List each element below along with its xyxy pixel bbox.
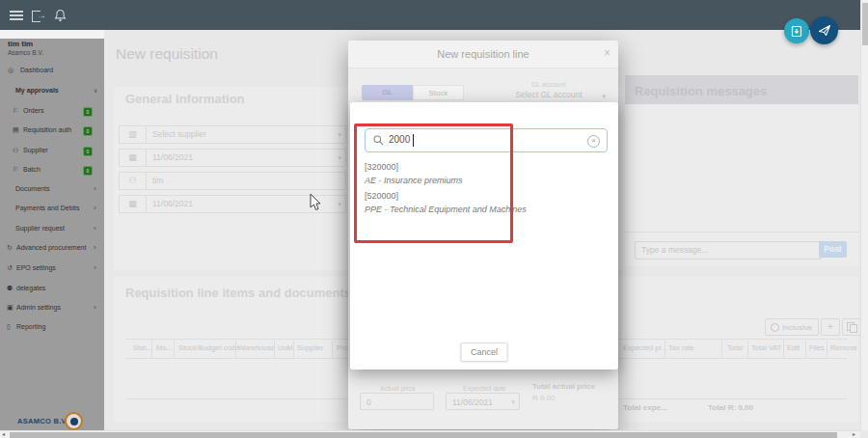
vertical-scrollbar[interactable] [860,0,868,430]
chevron-right-icon: › [94,202,96,215]
requisition-messages-card: Requisition messages Type a message... P… [625,75,858,266]
horizontal-scrollbar-thumb[interactable] [10,432,837,438]
sidebar-item-admin-settings[interactable]: ▣ Admin settings › [0,301,104,315]
scroll-left-arrow-icon[interactable]: ◂ [2,431,5,438]
printer-icon: ▣ [7,301,14,315]
recycle-icon: ↻ [7,241,13,255]
scroll-right-arrow-icon[interactable]: ▸ [853,431,855,438]
logout-arrow-icon[interactable]: → [37,9,46,21]
sidebar-item-epo-settings[interactable]: ↺ EPO settings › [0,261,104,275]
sidebar-item-advanced-procurement[interactable]: ↻ Advanced procurement › [0,241,104,255]
sidebar-item-label: Supplier request [15,222,65,235]
column-header: Remove [830,343,857,352]
paper-plane-icon [818,24,831,37]
order-date-value: 11/06/2021 [152,150,193,166]
sidebar-item-delegates[interactable]: ⚉ delegates [0,282,104,295]
card-icon: ▤ [13,123,19,137]
post-button[interactable]: Post [819,241,847,258]
close-icon[interactable]: × [604,46,610,60]
chevron-down-icon[interactable]: ∨ [94,84,97,97]
sidebar-item-label: Batch [23,163,41,177]
menu-icon[interactable] [10,11,23,20]
requester-field[interactable]: ⚇ tim [119,172,346,190]
document-icon: ▯ [7,320,11,334]
supplier-select-value: Select supplier [152,126,206,143]
sidebar-item-supplier-request[interactable]: Supplier request › [0,222,104,235]
sidebar-item-orders[interactable]: ⚐ Orders 0 [0,104,104,118]
person-add-icon: ⚇ [13,144,18,157]
annotation-highlight-box [354,123,513,243]
page-title: New requisition [116,45,218,63]
top-bar: → [0,0,860,30]
select-arrow-icon: ▾ [511,394,515,411]
sidebar-item-reporting[interactable]: ▯ Reporting [0,320,104,334]
sidebar-item-label: Payments and Debits [15,202,80,215]
bell-icon[interactable] [54,9,67,22]
add-line-button[interactable]: + [821,318,840,336]
sidebar-item-batch[interactable]: ⚐ Batch 0 [0,163,104,177]
sidebar-item-payments-debits[interactable]: Payments and Debits › [0,202,104,215]
sidebar-item-dashboard[interactable]: ◎ Dashboard [0,64,104,77]
requisition-auth-count-badge: 0 [83,126,93,136]
sidebar-item-supplier[interactable]: ⚇ Supplier 0 [0,144,104,157]
messages-header: Requisition messages [625,75,858,104]
truck-icon: ▥ [120,126,147,143]
inclusive-toggle[interactable]: Inclusive [765,318,819,336]
order-date-field[interactable]: ▦ 11/06/2021 ▾ [119,149,346,167]
sidebar-item-label: Dashboard [20,64,53,77]
sidebar-item-label: Supplier [23,144,48,157]
column-header: Expected pr... [623,343,667,352]
chevron-right-icon: › [94,241,96,255]
expected-date-select[interactable]: 11/06/2021 ▾ [446,393,520,410]
column-header: Total VAT [751,343,781,352]
actual-price-input[interactable]: 0 [360,393,434,410]
send-fab[interactable] [810,16,838,44]
message-input[interactable]: Type a message... [635,241,822,260]
select-arrow-icon: ▾ [338,196,341,212]
actual-price-value: 0 [366,397,371,407]
messages-title: Requisition messages [635,84,767,98]
sidebar-company: Asamco B.V. [8,49,43,56]
chevron-right-icon: › [94,261,96,275]
save-icon [791,25,802,38]
sidebar-item-requisition-auth[interactable]: ▤ Requisition auth 0 [0,123,104,137]
orders-count-badge: 0 [83,107,93,117]
sidebar-item-label: My approvals [15,84,59,97]
requester-value: tim [152,173,163,189]
scrollbar-corner [860,430,868,438]
sidebar-item-label: Requisition auth [23,123,71,137]
sidebar-item-documents[interactable]: Documents › [0,182,104,196]
tab-gl[interactable]: GL [362,85,413,100]
vertical-scrollbar-thumb[interactable] [862,3,868,45]
column-header: Warehouse [238,343,275,352]
expected-date-value: 11/06/2021 [452,397,493,407]
supplier-select[interactable]: ▥ Select supplier ▾ [119,125,346,144]
copy-line-button[interactable] [842,318,861,336]
cancel-button[interactable]: Cancel [461,342,508,362]
flag-icon: ⚐ [13,163,18,177]
sidebar-item-label: Advanced procurement [16,241,86,255]
modal-header: New requisition line × [348,41,618,68]
card-title: General information [125,92,245,106]
column-header: Edit [787,343,800,352]
horizontal-scrollbar[interactable]: ◂ ▸ [0,430,860,438]
sidebar-item-my-approvals[interactable]: My approvals ∨ [0,84,104,97]
calendar-icon: ▦ [120,150,147,166]
gl-account-select[interactable]: Select GL account ▾ [490,89,608,103]
mouse-cursor [310,193,321,211]
modal-title: New requisition line [348,48,618,60]
person-icon: ⚇ [120,173,147,189]
sidebar-item-label: Orders [23,104,43,118]
app-window: → tim tim Asamco B.V. ◎ Dashboard My app… [0,0,868,438]
select-arrow-icon: ▾ [338,150,341,166]
chevron-right-icon: › [94,222,96,235]
chevron-right-icon: › [94,182,96,196]
tab-stock[interactable]: Stock [413,85,464,100]
expected-date-value: 11/06/2021 [152,196,193,212]
sidebar-top-strip [0,30,104,39]
inclusive-label: Inclusive [782,323,812,332]
save-draft-fab[interactable] [784,18,809,43]
sidebar-item-label: Admin settings [16,301,61,315]
clear-icon[interactable]: × [587,135,600,148]
actual-price-label: Actual price [380,385,416,392]
